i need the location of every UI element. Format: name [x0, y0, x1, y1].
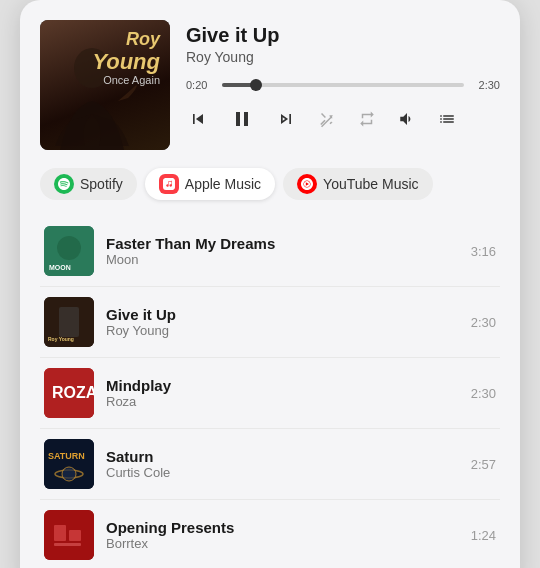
shuffle-button[interactable] [316, 108, 338, 130]
playback-controls [186, 105, 500, 133]
track-item[interactable]: Opening Presents Borrtex 1:24 [40, 500, 500, 568]
track-meta: Faster Than My Dreams Moon [106, 235, 448, 267]
svg-rect-16 [54, 543, 81, 546]
queue-button[interactable] [436, 108, 458, 130]
track-duration: 2:57 [460, 457, 496, 472]
track-item[interactable]: Roy Young Give it Up Roy Young 2:30 [40, 287, 500, 358]
spotify-label: Spotify [80, 176, 123, 192]
progress-container: 0:20 2:30 [186, 79, 500, 91]
svg-rect-15 [69, 530, 81, 541]
track-thumbnail: SATURN [44, 439, 94, 489]
music-player-card: Roy Young Once Again Give it Up Roy Youn… [20, 0, 520, 568]
svg-point-12 [62, 467, 76, 481]
track-thumbnail [44, 510, 94, 560]
track-meta: Saturn Curtis Cole [106, 448, 448, 480]
track-name: Saturn [106, 448, 448, 465]
track-artist: Roy Young [186, 49, 500, 65]
track-name: Give it Up [106, 306, 448, 323]
volume-button[interactable] [396, 108, 418, 130]
track-artist: Curtis Cole [106, 465, 448, 480]
svg-point-2 [57, 236, 81, 260]
pause-button[interactable] [228, 105, 256, 133]
track-info: Give it Up Roy Young 0:20 2:30 [186, 20, 500, 133]
track-name: Faster Than My Dreams [106, 235, 448, 252]
track-duration: 2:30 [460, 386, 496, 401]
svg-rect-5 [59, 307, 79, 337]
track-name: Mindplay [106, 377, 448, 394]
source-tab-youtube[interactable]: YouTube Music [283, 168, 432, 200]
apple-music-label: Apple Music [185, 176, 261, 192]
svg-text:Roy Young: Roy Young [48, 336, 74, 342]
track-artist: Borrtex [106, 536, 448, 551]
track-duration: 1:24 [460, 528, 496, 543]
track-item[interactable]: MOON Faster Than My Dreams Moon 3:16 [40, 216, 500, 287]
youtube-music-icon [297, 174, 317, 194]
track-duration: 3:16 [460, 244, 496, 259]
track-thumbnail: ROZA [44, 368, 94, 418]
repeat-button[interactable] [356, 108, 378, 130]
source-tab-apple[interactable]: Apple Music [145, 168, 275, 200]
track-meta: Mindplay Roza [106, 377, 448, 409]
track-thumbnail: MOON [44, 226, 94, 276]
skip-forward-button[interactable] [274, 107, 298, 131]
track-item[interactable]: ROZA Mindplay Roza 2:30 [40, 358, 500, 429]
current-time: 0:20 [186, 79, 214, 91]
total-time: 2:30 [472, 79, 500, 91]
youtube-music-label: YouTube Music [323, 176, 418, 192]
track-list: MOON Faster Than My Dreams Moon 3:16 Roy… [40, 216, 500, 568]
track-artist: Moon [106, 252, 448, 267]
track-meta: Opening Presents Borrtex [106, 519, 448, 551]
progress-bar[interactable] [222, 83, 464, 87]
svg-rect-14 [54, 525, 66, 541]
apple-music-icon [159, 174, 179, 194]
track-thumbnail: Roy Young [44, 297, 94, 347]
track-meta: Give it Up Roy Young [106, 306, 448, 338]
track-item[interactable]: SATURN Saturn Curtis Cole 2:57 [40, 429, 500, 500]
album-art: Roy Young Once Again [40, 20, 170, 150]
svg-text:ROZA: ROZA [52, 384, 94, 401]
track-duration: 2:30 [460, 315, 496, 330]
track-title: Give it Up [186, 24, 500, 47]
track-artist: Roy Young [106, 323, 448, 338]
svg-text:MOON: MOON [49, 264, 71, 271]
spotify-icon [54, 174, 74, 194]
track-name: Opening Presents [106, 519, 448, 536]
now-playing-section: Roy Young Once Again Give it Up Roy Youn… [40, 20, 500, 150]
source-tabs: Spotify Apple Music YouTube Music [40, 168, 500, 200]
source-tab-spotify[interactable]: Spotify [40, 168, 137, 200]
track-artist: Roza [106, 394, 448, 409]
skip-back-button[interactable] [186, 107, 210, 131]
svg-text:SATURN: SATURN [48, 451, 85, 461]
